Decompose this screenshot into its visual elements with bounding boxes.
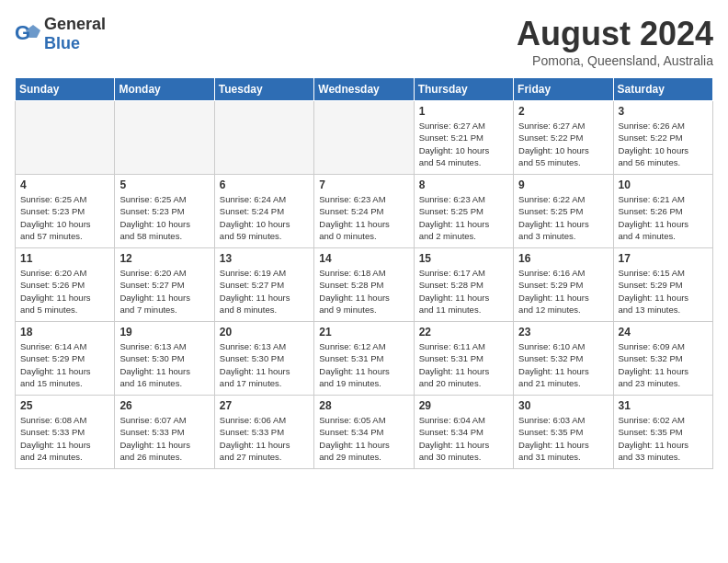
day-number: 2 xyxy=(518,105,608,118)
day-info-line: Sunset: 5:35 PM xyxy=(518,427,583,437)
day-info: Sunrise: 6:20 AMSunset: 5:26 PMDaylight:… xyxy=(20,267,109,316)
calendar-cell: 24Sunrise: 6:09 AMSunset: 5:32 PMDayligh… xyxy=(613,322,712,396)
day-info-line: Sunrise: 6:24 AM xyxy=(220,194,286,204)
day-info-line: Sunset: 5:33 PM xyxy=(119,427,184,437)
calendar-cell: 7Sunrise: 6:23 AMSunset: 5:24 PMDaylight… xyxy=(314,175,414,248)
day-info-line: and 13 minutes. xyxy=(619,304,681,315)
day-info-line: Sunrise: 6:20 AM xyxy=(119,268,186,278)
day-info-line: Sunset: 5:33 PM xyxy=(220,427,284,437)
day-info: Sunrise: 6:24 AMSunset: 5:24 PMDaylight:… xyxy=(220,193,309,242)
day-info-line: Daylight: 11 hours xyxy=(319,219,390,229)
day-info: Sunrise: 6:14 AMSunset: 5:29 PMDaylight:… xyxy=(20,340,109,389)
day-number: 30 xyxy=(518,399,608,412)
calendar-cell: 26Sunrise: 6:07 AMSunset: 5:33 PMDayligh… xyxy=(115,396,214,469)
day-info: Sunrise: 6:19 AMSunset: 5:27 PMDaylight:… xyxy=(220,267,309,316)
week-row-2: 4Sunrise: 6:25 AMSunset: 5:23 PMDaylight… xyxy=(16,175,713,248)
day-info-line: and 0 minutes. xyxy=(319,231,376,241)
day-info-line: and 57 minutes. xyxy=(20,231,83,241)
day-info-line: Daylight: 11 hours xyxy=(319,440,390,450)
day-info-line: Daylight: 11 hours xyxy=(619,366,689,376)
day-info-line: Sunrise: 6:22 AM xyxy=(518,194,585,204)
day-info-line: Sunrise: 6:09 AM xyxy=(619,341,685,351)
calendar-cell: 3Sunrise: 6:26 AMSunset: 5:22 PMDaylight… xyxy=(613,101,712,175)
day-info-line: Sunset: 5:22 PM xyxy=(518,132,583,143)
day-info-line: and 31 minutes. xyxy=(518,452,581,462)
day-number: 8 xyxy=(419,178,508,191)
logo: G General Blue xyxy=(15,15,106,53)
day-info-line: Sunrise: 6:03 AM xyxy=(518,415,585,425)
day-number: 25 xyxy=(20,399,109,412)
calendar-cell: 29Sunrise: 6:04 AMSunset: 5:34 PMDayligh… xyxy=(414,396,513,469)
day-info-line: Sunset: 5:34 PM xyxy=(319,427,383,437)
day-info-line: and 3 minutes. xyxy=(518,231,575,241)
day-info-line: Sunrise: 6:25 AM xyxy=(20,194,86,204)
day-info-line: and 23 minutes. xyxy=(619,378,681,388)
day-info-line: Sunrise: 6:15 AM xyxy=(619,268,685,278)
day-info: Sunrise: 6:07 AMSunset: 5:33 PMDaylight:… xyxy=(119,414,209,463)
calendar-cell: 10Sunrise: 6:21 AMSunset: 5:26 PMDayligh… xyxy=(613,175,712,248)
day-number: 21 xyxy=(319,326,408,339)
day-info-line: Sunrise: 6:12 AM xyxy=(319,341,385,351)
day-info-line: and 24 minutes. xyxy=(20,452,83,462)
day-info: Sunrise: 6:13 AMSunset: 5:30 PMDaylight:… xyxy=(119,340,209,389)
day-info-line: Sunset: 5:27 PM xyxy=(220,280,284,290)
day-info-line: Daylight: 11 hours xyxy=(20,293,91,303)
calendar-cell: 20Sunrise: 6:13 AMSunset: 5:30 PMDayligh… xyxy=(214,322,313,396)
day-info-line: and 8 minutes. xyxy=(220,304,277,315)
day-info-line: Daylight: 11 hours xyxy=(518,219,589,229)
calendar-cell: 16Sunrise: 6:16 AMSunset: 5:29 PMDayligh… xyxy=(514,248,613,322)
weekday-thursday: Thursday xyxy=(414,78,513,101)
day-info-line: Sunrise: 6:17 AM xyxy=(419,268,485,278)
page: G General Blue August 2024 Pomona, Queen… xyxy=(0,0,728,478)
day-info-line: Sunset: 5:28 PM xyxy=(319,280,383,290)
day-number: 24 xyxy=(619,326,708,339)
day-info-line: Sunrise: 6:04 AM xyxy=(419,415,485,425)
header: G General Blue August 2024 Pomona, Queen… xyxy=(15,15,713,68)
day-info-line: Sunset: 5:29 PM xyxy=(518,280,583,290)
day-number: 16 xyxy=(518,252,608,265)
day-info-line: Sunrise: 6:02 AM xyxy=(619,415,685,425)
day-info: Sunrise: 6:13 AMSunset: 5:30 PMDaylight:… xyxy=(220,340,309,389)
location: Pomona, Queensland, Australia xyxy=(517,53,713,68)
day-number: 9 xyxy=(518,178,608,191)
day-info-line: and 21 minutes. xyxy=(518,378,581,388)
day-number: 17 xyxy=(619,252,708,265)
calendar-cell: 30Sunrise: 6:03 AMSunset: 5:35 PMDayligh… xyxy=(514,396,613,469)
day-info-line: Sunrise: 6:23 AM xyxy=(419,194,485,204)
day-info-line: Sunrise: 6:05 AM xyxy=(319,415,385,425)
weekday-wednesday: Wednesday xyxy=(314,78,414,101)
day-info-line: and 5 minutes. xyxy=(20,304,77,315)
day-info: Sunrise: 6:08 AMSunset: 5:33 PMDaylight:… xyxy=(20,414,109,463)
weekday-header-row: SundayMondayTuesdayWednesdayThursdayFrid… xyxy=(16,78,713,101)
day-number: 15 xyxy=(419,252,508,265)
week-row-4: 18Sunrise: 6:14 AMSunset: 5:29 PMDayligh… xyxy=(16,322,713,396)
day-info-line: and 20 minutes. xyxy=(419,378,482,388)
day-info-line: Sunset: 5:22 PM xyxy=(619,132,683,143)
day-number: 5 xyxy=(119,178,209,191)
day-info-line: Daylight: 11 hours xyxy=(20,366,91,376)
day-info-line: Daylight: 11 hours xyxy=(518,440,589,450)
day-info-line: Daylight: 11 hours xyxy=(419,219,490,229)
day-info-line: Sunrise: 6:08 AM xyxy=(20,415,86,425)
day-info-line: Sunrise: 6:13 AM xyxy=(220,341,286,351)
day-info-line: Daylight: 11 hours xyxy=(419,440,490,450)
day-number: 12 xyxy=(119,252,209,265)
day-info: Sunrise: 6:22 AMSunset: 5:25 PMDaylight:… xyxy=(518,193,608,242)
day-number: 27 xyxy=(220,399,309,412)
day-number: 10 xyxy=(619,178,708,191)
day-info-line: and 30 minutes. xyxy=(419,452,482,462)
calendar-cell: 23Sunrise: 6:10 AMSunset: 5:32 PMDayligh… xyxy=(514,322,613,396)
day-number: 6 xyxy=(220,178,309,191)
day-info-line: Sunrise: 6:06 AM xyxy=(220,415,286,425)
day-number: 1 xyxy=(419,105,508,118)
day-info-line: Sunset: 5:30 PM xyxy=(119,353,184,363)
day-info-line: Daylight: 11 hours xyxy=(119,293,190,303)
calendar-cell: 22Sunrise: 6:11 AMSunset: 5:31 PMDayligh… xyxy=(414,322,513,396)
logo-general: General xyxy=(44,15,106,33)
day-info-line: and 12 minutes. xyxy=(518,304,581,315)
calendar-cell: 27Sunrise: 6:06 AMSunset: 5:33 PMDayligh… xyxy=(214,396,313,469)
week-row-1: 1Sunrise: 6:27 AMSunset: 5:21 PMDaylight… xyxy=(16,101,713,175)
calendar-header: SundayMondayTuesdayWednesdayThursdayFrid… xyxy=(16,78,713,101)
day-info-line: Daylight: 11 hours xyxy=(20,440,91,450)
day-number: 18 xyxy=(20,326,109,339)
